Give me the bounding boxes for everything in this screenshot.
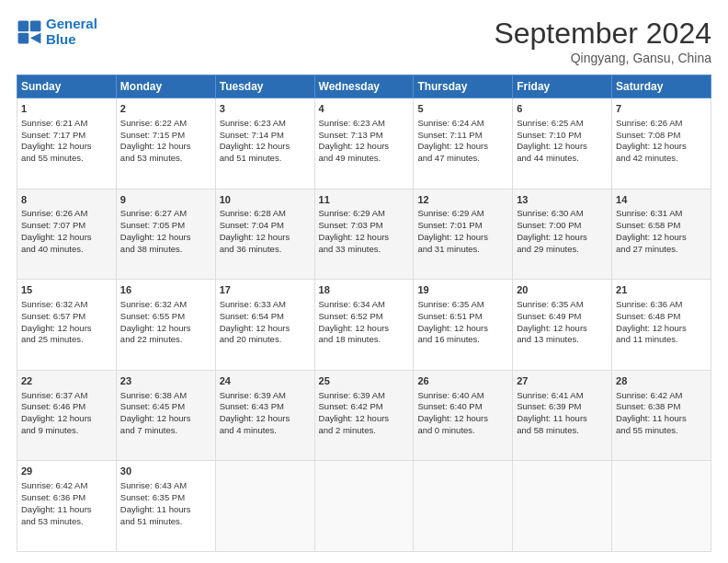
day-number: 30 <box>120 465 211 478</box>
day-detail: and 40 minutes. <box>21 244 112 256</box>
calendar-cell: 12Sunrise: 6:29 AMSunset: 7:01 PMDayligh… <box>414 189 513 280</box>
day-detail: Sunrise: 6:29 AM <box>417 208 508 220</box>
day-detail: Daylight: 12 hours <box>616 323 707 335</box>
day-detail: and 42 minutes. <box>616 153 707 165</box>
day-detail: Daylight: 12 hours <box>319 323 410 335</box>
day-detail: Sunset: 7:10 PM <box>517 130 608 142</box>
day-detail: Daylight: 12 hours <box>21 141 112 153</box>
day-detail: and 47 minutes. <box>417 153 508 165</box>
calendar-cell: 15Sunrise: 6:32 AMSunset: 6:57 PMDayligh… <box>17 280 117 371</box>
day-detail: Sunset: 7:15 PM <box>120 130 211 142</box>
col-header-wednesday: Wednesday <box>314 75 414 98</box>
title-block: September 2024 Qingyang, Gansu, China <box>494 17 711 65</box>
day-detail: Sunset: 6:42 PM <box>319 401 410 413</box>
day-detail: Sunrise: 6:41 AM <box>517 390 608 402</box>
day-detail: Sunset: 7:17 PM <box>21 130 112 142</box>
calendar-cell: 9Sunrise: 6:27 AMSunset: 7:05 PMDaylight… <box>116 189 215 280</box>
day-detail: Sunrise: 6:21 AM <box>21 118 112 130</box>
calendar-table: SundayMondayTuesdayWednesdayThursdayFrid… <box>17 75 711 552</box>
day-number: 26 <box>417 374 508 388</box>
day-detail: Sunrise: 6:38 AM <box>120 390 211 402</box>
day-detail: Sunset: 7:05 PM <box>120 220 211 232</box>
day-detail: Sunset: 6:54 PM <box>220 311 311 323</box>
week-row-3: 15Sunrise: 6:32 AMSunset: 6:57 PMDayligh… <box>17 280 711 371</box>
day-detail: Daylight: 12 hours <box>417 141 508 153</box>
calendar-cell <box>414 461 513 552</box>
day-detail: and 55 minutes. <box>21 153 112 165</box>
week-row-2: 8Sunrise: 6:26 AMSunset: 7:07 PMDaylight… <box>17 189 711 280</box>
svg-rect-0 <box>18 20 29 31</box>
day-detail: Sunrise: 6:35 AM <box>517 299 608 311</box>
col-header-tuesday: Tuesday <box>215 75 314 98</box>
calendar-cell: 13Sunrise: 6:30 AMSunset: 7:00 PMDayligh… <box>513 189 612 280</box>
day-detail: Sunset: 7:00 PM <box>517 220 608 232</box>
day-number: 25 <box>319 374 410 388</box>
svg-rect-1 <box>30 20 41 31</box>
day-number: 4 <box>319 102 410 116</box>
day-detail: Sunrise: 6:28 AM <box>220 208 311 220</box>
day-detail: Sunset: 6:58 PM <box>616 220 707 232</box>
calendar-cell: 20Sunrise: 6:35 AMSunset: 6:49 PMDayligh… <box>513 280 612 371</box>
day-detail: Sunset: 7:08 PM <box>616 130 707 142</box>
week-row-4: 22Sunrise: 6:37 AMSunset: 6:46 PMDayligh… <box>17 370 711 461</box>
day-detail: Daylight: 11 hours <box>21 504 112 516</box>
day-detail: Sunset: 6:52 PM <box>319 311 410 323</box>
day-detail: and 53 minutes. <box>120 153 211 165</box>
calendar-cell: 16Sunrise: 6:32 AMSunset: 6:55 PMDayligh… <box>116 280 215 371</box>
day-detail: Sunrise: 6:30 AM <box>517 208 608 220</box>
day-detail: Sunset: 6:35 PM <box>120 492 211 504</box>
day-detail: Daylight: 12 hours <box>120 323 211 335</box>
logo-text: General Blue <box>46 17 97 47</box>
header: General Blue September 2024 Qingyang, Ga… <box>17 17 711 65</box>
page: General Blue September 2024 Qingyang, Ga… <box>0 0 728 563</box>
day-detail: Daylight: 12 hours <box>517 141 608 153</box>
day-detail: Sunrise: 6:39 AM <box>220 390 311 402</box>
day-detail: Sunrise: 6:32 AM <box>120 299 211 311</box>
day-number: 23 <box>120 374 211 388</box>
calendar-cell <box>513 461 612 552</box>
day-number: 13 <box>517 193 608 207</box>
logo-icon <box>17 19 42 45</box>
col-header-thursday: Thursday <box>414 75 513 98</box>
calendar-cell: 23Sunrise: 6:38 AMSunset: 6:45 PMDayligh… <box>116 370 215 461</box>
day-detail: Sunset: 6:51 PM <box>417 311 508 323</box>
col-header-sunday: Sunday <box>17 75 117 98</box>
day-detail: Sunrise: 6:31 AM <box>616 208 707 220</box>
day-detail: and 0 minutes. <box>417 425 508 437</box>
day-detail: Daylight: 11 hours <box>517 413 608 425</box>
day-number: 11 <box>319 193 410 207</box>
calendar-cell: 19Sunrise: 6:35 AMSunset: 6:51 PMDayligh… <box>414 280 513 371</box>
day-number: 28 <box>616 374 707 388</box>
calendar-cell: 29Sunrise: 6:42 AMSunset: 6:36 PMDayligh… <box>17 461 117 552</box>
logo: General Blue <box>17 17 97 47</box>
day-detail: Sunset: 7:13 PM <box>319 130 410 142</box>
day-number: 9 <box>120 193 211 207</box>
calendar-cell: 24Sunrise: 6:39 AMSunset: 6:43 PMDayligh… <box>215 370 314 461</box>
col-header-monday: Monday <box>116 75 215 98</box>
day-detail: and 53 minutes. <box>21 516 112 528</box>
day-detail: and 18 minutes. <box>319 334 410 346</box>
day-detail: Daylight: 12 hours <box>120 141 211 153</box>
day-detail: and 25 minutes. <box>21 334 112 346</box>
calendar-cell: 3Sunrise: 6:23 AMSunset: 7:14 PMDaylight… <box>215 98 314 190</box>
day-detail: Sunrise: 6:33 AM <box>220 299 311 311</box>
day-detail: Sunset: 6:43 PM <box>220 401 311 413</box>
day-detail: and 38 minutes. <box>120 244 211 256</box>
day-detail: Daylight: 12 hours <box>616 232 707 244</box>
day-detail: Sunset: 7:01 PM <box>417 220 508 232</box>
day-detail: Sunset: 6:55 PM <box>120 311 211 323</box>
day-detail: Sunrise: 6:34 AM <box>319 299 410 311</box>
day-detail: Sunrise: 6:23 AM <box>220 118 311 130</box>
logo-general: General <box>46 16 97 31</box>
day-detail: Sunrise: 6:26 AM <box>616 118 707 130</box>
day-detail: Daylight: 12 hours <box>120 232 211 244</box>
day-detail: Sunset: 6:38 PM <box>616 401 707 413</box>
day-detail: Daylight: 12 hours <box>120 413 211 425</box>
day-detail: and 29 minutes. <box>517 244 608 256</box>
day-detail: Sunrise: 6:43 AM <box>120 480 211 492</box>
day-detail: and 11 minutes. <box>616 334 707 346</box>
logo-blue: Blue <box>46 31 76 47</box>
day-detail: Sunset: 7:04 PM <box>220 220 311 232</box>
calendar-cell: 7Sunrise: 6:26 AMSunset: 7:08 PMDaylight… <box>612 98 711 190</box>
month-title: September 2024 <box>494 17 711 51</box>
